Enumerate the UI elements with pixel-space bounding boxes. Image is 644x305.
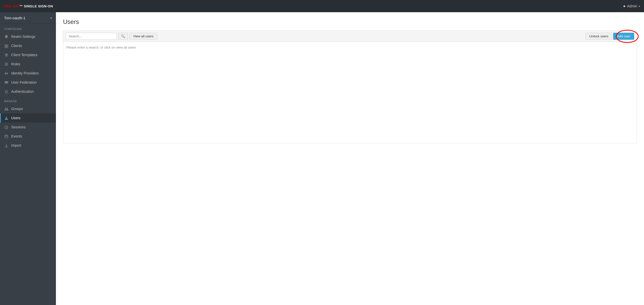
- manage-section-label: Manage: [0, 96, 56, 104]
- svg-rect-20: [5, 135, 8, 138]
- users-icon: [4, 116, 9, 120]
- sidebar-item-roles[interactable]: Roles: [0, 59, 56, 69]
- authentication-icon: [4, 89, 9, 94]
- page-title: Users: [63, 18, 637, 25]
- identity-providers-icon: [4, 71, 9, 75]
- empty-message: Please enter a search, or click on view …: [66, 45, 136, 49]
- svg-rect-3: [5, 47, 6, 48]
- sidebar-item-import[interactable]: Import: [0, 141, 56, 150]
- user-menu[interactable]: ● Admin ▾: [623, 4, 640, 8]
- sidebar-item-label: Roles: [11, 62, 20, 66]
- svg-point-16: [5, 108, 6, 109]
- toolbar: 🔍 View all users Unlock users Add user: [63, 30, 637, 42]
- sidebar: Tom-oauth-1 ▾ Configure Realm Settings C…: [0, 12, 56, 305]
- sidebar-item-label: Sessions: [11, 125, 26, 129]
- user-label: Admin: [627, 4, 637, 8]
- user-federation-icon: [4, 80, 9, 85]
- add-user-button[interactable]: Add user: [613, 33, 634, 40]
- svg-rect-15: [5, 92, 7, 93]
- sidebar-item-authentication[interactable]: Authentication: [0, 87, 56, 96]
- sidebar-item-events[interactable]: Events: [0, 132, 56, 141]
- brand-logo: RED HAT™ SINGLE SIGN-ON: [4, 4, 53, 8]
- sidebar-item-clients[interactable]: Clients: [0, 41, 56, 50]
- import-icon: [4, 143, 9, 148]
- sidebar-item-user-federation[interactable]: User Federation: [0, 78, 56, 87]
- svg-rect-12: [5, 65, 8, 66]
- content-area: Please enter a search, or click on view …: [63, 42, 637, 143]
- view-all-users-button[interactable]: View all users: [129, 33, 157, 40]
- sidebar-item-label: Identity Providers: [11, 71, 39, 75]
- sessions-icon: [4, 125, 9, 129]
- sidebar-item-sessions[interactable]: Sessions: [0, 123, 56, 132]
- sidebar-item-label: Clients: [11, 44, 22, 48]
- search-button[interactable]: 🔍: [118, 33, 128, 40]
- realm-settings-icon: [4, 34, 9, 39]
- sidebar-item-client-templates[interactable]: Client Templates: [0, 50, 56, 59]
- main-content: Users 🔍 View all users Unlock users Add …: [56, 12, 644, 305]
- user-icon: ●: [623, 4, 626, 8]
- realm-selector[interactable]: Tom-oauth-1 ▾: [0, 12, 56, 24]
- search-input[interactable]: [66, 33, 117, 40]
- sidebar-item-label: Client Templates: [11, 53, 37, 57]
- topnav: RED HAT™ SINGLE SIGN-ON ● Admin ▾: [0, 0, 644, 12]
- sidebar-item-label: Import: [11, 143, 21, 147]
- svg-rect-2: [7, 45, 8, 46]
- svg-point-7: [6, 55, 7, 57]
- client-templates-icon: [4, 53, 9, 57]
- user-chevron-icon: ▾: [639, 5, 640, 8]
- svg-rect-1: [5, 45, 6, 46]
- realm-chevron-icon: ▾: [50, 16, 52, 20]
- search-icon: 🔍: [121, 34, 125, 38]
- unlock-users-button[interactable]: Unlock users: [586, 33, 612, 40]
- sidebar-item-groups[interactable]: Groups: [0, 104, 56, 113]
- realm-name: Tom-oauth-1: [4, 16, 25, 20]
- groups-icon: [4, 106, 9, 111]
- svg-point-18: [6, 117, 7, 118]
- events-icon: [4, 134, 9, 139]
- brand-red: RED HAT: [4, 4, 19, 8]
- sidebar-item-identity-providers[interactable]: Identity Providers: [0, 69, 56, 78]
- svg-point-6: [7, 54, 8, 55]
- svg-rect-10: [5, 63, 8, 64]
- right-buttons: Unlock users Add user: [586, 33, 634, 40]
- configure-section-label: Configure: [0, 24, 56, 32]
- clients-icon: [4, 43, 9, 48]
- sidebar-item-label: Events: [11, 134, 22, 138]
- svg-rect-4: [7, 47, 8, 48]
- sidebar-item-label: Authentication: [11, 89, 34, 94]
- sidebar-item-realm-settings[interactable]: Realm Settings: [0, 32, 56, 41]
- sidebar-item-users[interactable]: Users: [0, 113, 56, 123]
- sidebar-item-label: Realm Settings: [11, 35, 35, 39]
- sidebar-item-label: Groups: [11, 107, 23, 111]
- roles-icon: [4, 62, 9, 66]
- sidebar-item-label: User Federation: [11, 80, 37, 84]
- sidebar-item-label: Users: [11, 116, 21, 120]
- svg-point-17: [7, 108, 8, 109]
- svg-rect-11: [5, 64, 8, 65]
- svg-point-14: [5, 81, 8, 82]
- svg-point-5: [5, 54, 6, 55]
